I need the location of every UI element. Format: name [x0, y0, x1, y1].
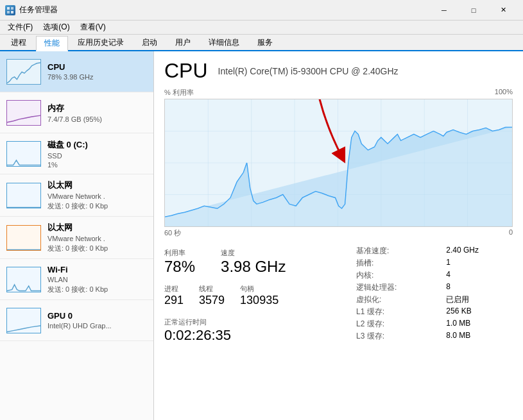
l1-key: L1 缓存:	[356, 307, 431, 317]
socket-key: 插槽:	[356, 258, 431, 269]
chart-time-right: 0	[509, 228, 513, 238]
stats-left: 利用率 78% 速度 3.98 GHz 进程 291 线程	[164, 246, 346, 346]
menu-file[interactable]: 文件(F)	[3, 21, 38, 35]
window-title: 任务管理器	[19, 4, 429, 15]
wifi-sidebar-info: Wi-Fi WLAN 发送: 0 接收: 0 Kbp	[47, 265, 147, 294]
sidebar-item-memory[interactable]: 内存 7.4/7.8 GB (95%)	[0, 92, 153, 133]
cpu-detail-panel: CPU Intel(R) Core(TM) i5-9300H CPU @ 2.4…	[154, 51, 523, 420]
eth1-sidebar-title: 以太网	[47, 180, 147, 191]
l2-val: 1.0 MB	[446, 319, 513, 330]
process-block: 进程 291	[164, 281, 184, 310]
svg-rect-1	[11, 7, 13, 10]
chart-time-left: 60 秒	[164, 228, 181, 238]
gpu-mini-chart	[6, 308, 41, 333]
eth2-sidebar-sub2: 发送: 0 接收: 0 Kbp	[47, 244, 147, 253]
uptime-value: 0:02:26:35	[164, 327, 346, 344]
l2-key: L2 缓存:	[356, 319, 431, 330]
svg-rect-9	[7, 267, 40, 292]
cpu-mini-chart	[6, 59, 41, 85]
menu-options[interactable]: 选项(O)	[38, 21, 74, 35]
chart-time-row: 60 秒 0	[164, 228, 513, 238]
sidebar-item-eth2[interactable]: 以太网 VMware Network . 发送: 0 接收: 0 Kbp	[0, 217, 153, 259]
maximize-button[interactable]: □	[459, 0, 488, 21]
title-bar: 任务管理器 ─ □ ✕	[0, 0, 523, 21]
thread-block: 线程 3579	[199, 281, 225, 310]
cpu-info-grid: 基准速度: 2.40 GHz 插槽: 1 内核: 4 逻辑处理器: 8 虚拟化:…	[356, 246, 513, 342]
sidebar-item-eth1[interactable]: 以太网 VMware Network . 发送: 0 接收: 0 Kbp	[0, 174, 153, 217]
eth1-mini-chart	[6, 183, 41, 208]
wifi-sidebar-sub1: WLAN	[47, 276, 147, 283]
disk-sidebar-sub2: 1%	[47, 161, 147, 169]
disk-mini-chart	[6, 141, 41, 167]
uptime-block: 正常运行时间 0:02:26:35	[164, 312, 346, 346]
eth1-sidebar-sub1: VMware Network .	[47, 192, 147, 200]
memory-sidebar-sub: 7.4/7.8 GB (95%)	[47, 115, 147, 123]
cpu-sidebar-title: CPU	[47, 62, 147, 72]
uptime-label: 正常运行时间	[164, 317, 346, 327]
minimize-button[interactable]: ─	[429, 0, 459, 21]
sidebar-item-gpu[interactable]: GPU 0 Intel(R) UHD Grap...	[0, 300, 153, 341]
cpu-sidebar-sub: 78% 3.98 GHz	[47, 73, 147, 81]
tab-bar: 进程 性能 应用历史记录 启动 用户 详细信息 服务	[0, 35, 523, 51]
cpu-subtitle: Intel(R) Core(TM) i5-9300H CPU @ 2.40GHz	[218, 66, 399, 76]
sidebar-item-wifi[interactable]: Wi-Fi WLAN 发送: 0 接收: 0 Kbp	[0, 259, 153, 300]
menu-view[interactable]: 查看(V)	[75, 21, 111, 35]
eth1-sidebar-sub2: 发送: 0 接收: 0 Kbp	[47, 201, 147, 211]
svg-rect-0	[7, 7, 10, 10]
stats-section: 利用率 78% 速度 3.98 GHz 进程 291 线程	[164, 246, 513, 346]
app-icon	[5, 5, 15, 15]
svg-rect-10	[7, 308, 40, 333]
chart-y-label: % 利用率	[164, 88, 194, 97]
speed-label: 速度	[221, 248, 286, 258]
utilization-value: 78%	[164, 258, 195, 276]
speed-value: 3.98 GHz	[221, 258, 286, 276]
tab-app-history[interactable]: 应用历史记录	[69, 35, 132, 50]
wifi-sidebar-sub2: 发送: 0 接收: 0 Kbp	[47, 285, 147, 294]
utilization-block: 利用率 78%	[164, 246, 195, 279]
socket-val: 1	[446, 258, 513, 269]
tab-startup[interactable]: 启动	[133, 35, 166, 50]
handle-block: 句柄 130935	[240, 281, 279, 310]
cpu-header: CPU Intel(R) Core(TM) i5-9300H CPU @ 2.4…	[164, 59, 513, 83]
memory-mini-chart	[6, 100, 41, 126]
tab-details[interactable]: 详细信息	[200, 35, 248, 50]
wifi-sidebar-title: Wi-Fi	[47, 265, 147, 274]
svg-rect-2	[7, 11, 10, 13]
sidebar-item-disk[interactable]: 磁盘 0 (C:) SSD 1%	[0, 133, 153, 174]
svg-rect-4	[7, 60, 40, 85]
eth2-mini-chart	[6, 225, 41, 251]
l1-val: 256 KB	[446, 307, 513, 317]
svg-rect-6	[7, 142, 40, 167]
sidebar-item-cpu[interactable]: CPU 78% 3.98 GHz	[0, 51, 153, 92]
utilization-label: 利用率	[164, 248, 195, 258]
gpu-sidebar-sub1: Intel(R) UHD Grap...	[47, 322, 147, 330]
tab-services[interactable]: 服务	[249, 35, 281, 50]
tab-users[interactable]: 用户	[167, 35, 199, 50]
menu-bar: 文件(F) 选项(O) 查看(V)	[0, 21, 523, 35]
close-button[interactable]: ✕	[488, 0, 518, 21]
eth2-sidebar-title: 以太网	[47, 222, 147, 233]
main-content: CPU 78% 3.98 GHz 内存 7.4/7.8 GB (95%)	[0, 51, 523, 420]
svg-rect-3	[11, 11, 13, 13]
wifi-mini-chart	[6, 267, 41, 292]
thread-label: 线程	[199, 284, 225, 294]
gpu-sidebar-info: GPU 0 Intel(R) UHD Grap...	[47, 311, 147, 330]
base-speed-key: 基准速度:	[356, 246, 431, 256]
logical-key: 逻辑处理器:	[356, 282, 431, 293]
thread-value: 3579	[199, 294, 225, 308]
memory-sidebar-info: 内存 7.4/7.8 GB (95%)	[47, 103, 147, 123]
tab-performance[interactable]: 性能	[36, 36, 68, 51]
l3-key: L3 缓存:	[356, 331, 431, 342]
speed-block: 速度 3.98 GHz	[221, 246, 286, 279]
l3-val: 8.0 MB	[446, 331, 513, 342]
base-speed-val: 2.40 GHz	[446, 246, 513, 256]
disk-sidebar-info: 磁盘 0 (C:) SSD 1%	[47, 139, 147, 169]
window-controls: ─ □ ✕	[429, 0, 518, 21]
process-label: 进程	[164, 284, 184, 294]
tab-process[interactable]: 进程	[3, 35, 35, 50]
chart-max-label: 100%	[495, 88, 513, 97]
cpu-sidebar-info: CPU 78% 3.98 GHz	[47, 62, 147, 81]
stats-right: 基准速度: 2.40 GHz 插槽: 1 内核: 4 逻辑处理器: 8 虚拟化:…	[346, 246, 513, 346]
eth2-sidebar-info: 以太网 VMware Network . 发送: 0 接收: 0 Kbp	[47, 222, 147, 253]
svg-rect-7	[7, 183, 40, 208]
